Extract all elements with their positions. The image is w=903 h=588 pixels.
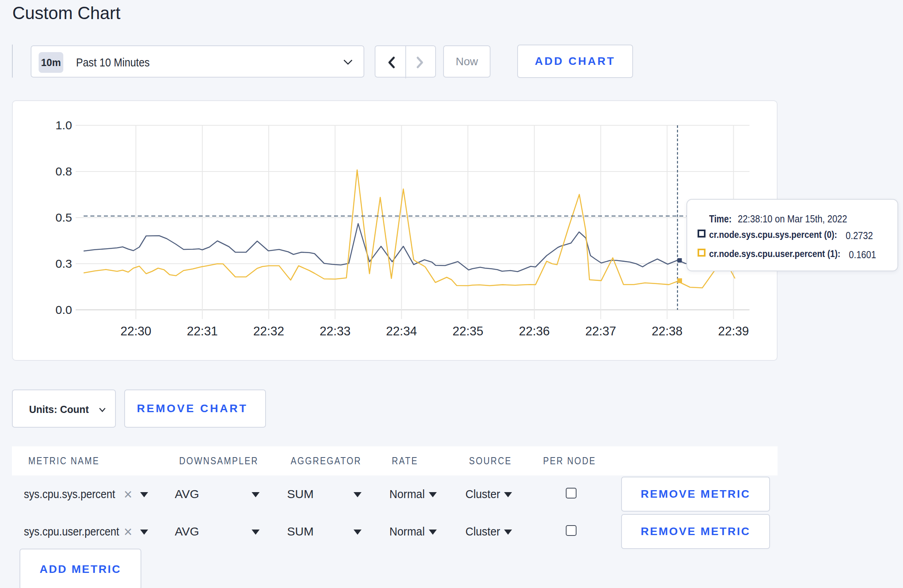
svg-text:0.3: 0.3 xyxy=(55,257,72,270)
svg-text:22:36: 22:36 xyxy=(519,324,550,338)
svg-text:22:37: 22:37 xyxy=(585,324,616,338)
svg-text:1.0: 1.0 xyxy=(55,119,72,132)
svg-text:22:39: 22:39 xyxy=(718,324,749,338)
svg-text:22:32: 22:32 xyxy=(253,324,284,338)
svg-text:22:33: 22:33 xyxy=(320,324,351,338)
svg-text:0.5: 0.5 xyxy=(55,211,72,224)
svg-text:22:30: 22:30 xyxy=(121,324,152,338)
svg-text:22:34: 22:34 xyxy=(386,324,417,338)
svg-text:0.0: 0.0 xyxy=(55,303,72,316)
svg-text:0.8: 0.8 xyxy=(55,165,72,178)
svg-text:22:35: 22:35 xyxy=(452,324,483,338)
svg-text:22:31: 22:31 xyxy=(187,324,218,338)
svg-text:22:38: 22:38 xyxy=(652,324,683,338)
